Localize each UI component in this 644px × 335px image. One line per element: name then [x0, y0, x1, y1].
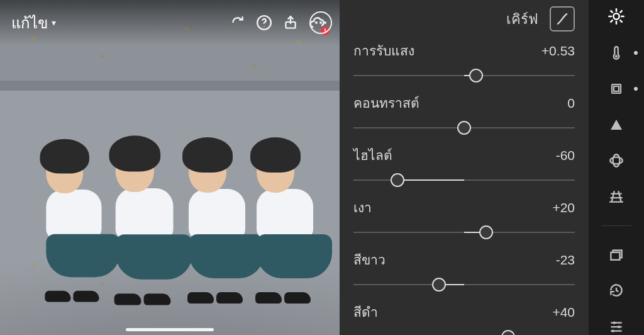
grid-persp-icon: [608, 188, 625, 205]
share-icon: [282, 14, 299, 31]
light-tool[interactable]: [604, 8, 629, 25]
svg-line-10: [611, 20, 612, 21]
slider-exposure: การรับแสง+0.53: [353, 40, 575, 84]
svg-rect-17: [611, 253, 619, 260]
slider-track-blacks[interactable]: [353, 329, 575, 335]
slider-label: ไฮไลต์: [353, 145, 392, 166]
photo-content: [257, 149, 338, 297]
home-indicator: [126, 328, 214, 331]
svg-point-15: [610, 157, 623, 164]
sliders-icon: [608, 318, 625, 334]
photo-preview[interactable]: แก้ไข ▾: [0, 0, 340, 335]
slider-label: คอนทราสต์: [353, 93, 419, 113]
slider-value: -60: [556, 148, 575, 163]
slider-knob-blacks[interactable]: [501, 330, 515, 335]
slider-contrast: คอนทราสต์0: [353, 93, 575, 136]
svg-point-1: [264, 26, 264, 26]
tool-marker: [634, 51, 638, 55]
top-toolbar: แก้ไข ▾: [0, 0, 340, 45]
panel-header: เคิร์ฟ: [340, 0, 589, 38]
svg-point-21: [618, 326, 620, 328]
help-button[interactable]: [253, 11, 275, 34]
slider-whites: สีขาว-23: [353, 249, 575, 293]
light-panel: เคิร์ฟ การรับแสง+0.53คอนทราสต์0ไฮไลต์-60…: [340, 0, 589, 335]
slider-value: -23: [556, 253, 575, 268]
svg-line-11: [620, 11, 621, 12]
triangle-icon: [609, 117, 624, 132]
slider-shadows: เงา+20: [353, 197, 575, 241]
slider-value: +0.53: [541, 43, 575, 59]
slider-label: เงา: [353, 197, 372, 218]
svg-point-12: [615, 55, 618, 57]
thermometer-icon: [608, 45, 625, 61]
slider-knob-whites[interactable]: [432, 278, 446, 292]
geometry-tool[interactable]: [604, 188, 629, 205]
tone-curve-button[interactable]: [550, 6, 575, 31]
slider-knob-contrast[interactable]: [457, 121, 471, 135]
sun-icon: [608, 8, 625, 25]
slider-knob-shadows[interactable]: [479, 225, 493, 239]
svg-point-16: [613, 154, 620, 167]
curve-icon: [555, 11, 570, 26]
square-icon: [609, 81, 624, 96]
svg-point-23: [611, 330, 614, 332]
slider-track-whites[interactable]: [353, 276, 575, 293]
curve-label: เคิร์ฟ: [506, 8, 538, 30]
history-icon: [608, 282, 625, 298]
slider-blacks: สีดำ+40: [353, 302, 575, 335]
slider-value: +40: [552, 305, 575, 320]
app-root: แก้ไข ▾: [0, 0, 644, 335]
share-button[interactable]: [279, 11, 302, 34]
slider-track-contrast[interactable]: [353, 120, 575, 136]
more-button[interactable]: [309, 11, 332, 34]
slider-track-highlights[interactable]: [353, 172, 575, 188]
mode-dropdown[interactable]: แก้ไข ▾: [11, 11, 56, 35]
tool-marker: [634, 87, 638, 91]
slider-knob-exposure[interactable]: [469, 69, 483, 82]
svg-rect-14: [614, 86, 619, 91]
stack-icon: [608, 246, 625, 263]
photo-content: [46, 150, 126, 295]
mode-label: แก้ไข: [11, 11, 48, 35]
svg-point-3: [613, 13, 619, 19]
versions-tool[interactable]: [604, 282, 629, 299]
slider-highlights: ไฮไลต์-60: [353, 145, 575, 188]
tool-rail: [589, 0, 644, 335]
svg-point-19: [613, 322, 616, 324]
slider-track-shadows[interactable]: [353, 224, 575, 241]
chevron-down-icon: ▾: [52, 18, 56, 28]
optics-tool[interactable]: [604, 152, 629, 169]
svg-line-8: [611, 11, 612, 12]
adjust-tool[interactable]: [604, 318, 629, 335]
photo-content: [116, 147, 199, 299]
effects-tool[interactable]: [604, 80, 629, 97]
lens-icon: [608, 152, 625, 169]
help-icon: [256, 14, 272, 31]
sliders-container: การรับแสง+0.53คอนทราสต์0ไฮไลต์-60เงา+20ส…: [340, 38, 589, 335]
detail-tool[interactable]: [604, 116, 629, 133]
color-tool[interactable]: [604, 44, 629, 61]
presets-tool[interactable]: [604, 246, 629, 263]
slider-knob-highlights[interactable]: [391, 173, 404, 187]
slider-label: สีดำ: [353, 302, 378, 322]
slider-value: +20: [552, 200, 575, 215]
rail-separator: [601, 225, 631, 226]
slider-value: 0: [567, 96, 575, 111]
slider-track-exposure[interactable]: [353, 67, 575, 84]
svg-line-9: [620, 20, 621, 21]
slider-label: การรับแสง: [353, 40, 414, 61]
redo-icon: [230, 14, 246, 31]
redo-button[interactable]: [226, 11, 249, 34]
slider-label: สีขาว: [353, 249, 386, 270]
